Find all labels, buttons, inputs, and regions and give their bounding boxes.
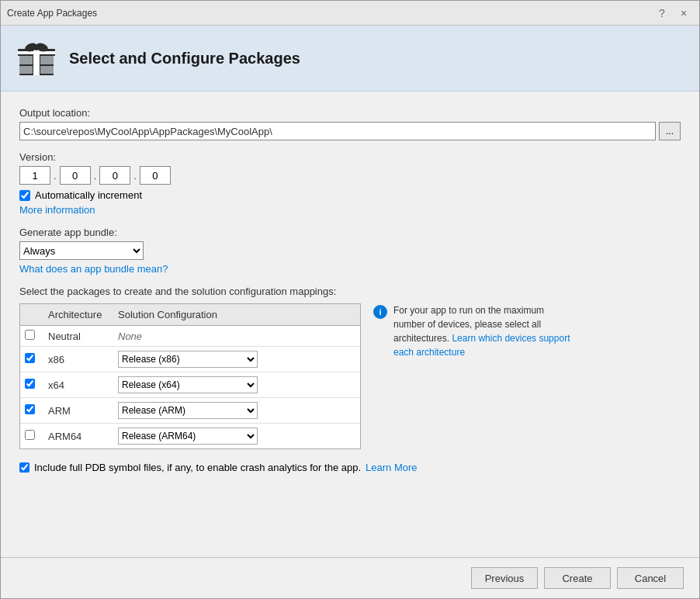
row-x86-arch: x86 bbox=[43, 352, 113, 367]
table-row: ARM64 Release (ARM64) bbox=[20, 424, 360, 448]
row-arm64-config-dropdown[interactable]: Release (ARM64) bbox=[118, 428, 258, 445]
row-arm-config-cell: Release (ARM) bbox=[113, 400, 360, 421]
version-build-input[interactable] bbox=[99, 166, 130, 185]
page-title: Select and Configure Packages bbox=[69, 50, 300, 68]
help-button[interactable]: ? bbox=[653, 4, 671, 23]
svg-point-6 bbox=[34, 46, 39, 50]
row-x86-checkbox[interactable] bbox=[25, 353, 35, 363]
version-dot-2: . bbox=[92, 170, 99, 182]
title-bar: Create App Packages ? × bbox=[1, 1, 699, 26]
previous-button[interactable]: Previous bbox=[471, 567, 538, 589]
row-neutral-checkbox[interactable] bbox=[25, 330, 35, 340]
browse-button[interactable]: ... bbox=[659, 122, 681, 140]
packages-label: Select the packages to create and the so… bbox=[19, 286, 681, 297]
row-neutral-check-cell bbox=[20, 328, 43, 344]
version-dot-1: . bbox=[52, 170, 58, 182]
row-arm-checkbox[interactable] bbox=[25, 404, 35, 414]
footer: Previous Create Cancel bbox=[1, 557, 699, 598]
auto-increment-checkbox[interactable] bbox=[19, 190, 30, 201]
close-button[interactable]: × bbox=[674, 4, 693, 23]
learn-more-link[interactable]: Learn More bbox=[366, 462, 417, 473]
bundle-label: Generate app bundle: bbox=[19, 227, 681, 238]
version-row: . . . bbox=[19, 166, 681, 185]
row-x64-arch: x64 bbox=[43, 378, 113, 393]
table-area: Architecture Solution Configuration Neut… bbox=[19, 303, 681, 449]
content-area: Output location: ... Version: . . . Auto… bbox=[1, 92, 699, 557]
svg-rect-9 bbox=[19, 66, 33, 74]
title-bar-controls: ? × bbox=[653, 4, 693, 23]
version-group: Version: . . . Automatically increment M… bbox=[19, 151, 681, 216]
row-x86-check-cell bbox=[20, 351, 43, 367]
title-bar-left: Create App Packages bbox=[7, 8, 97, 19]
packages-table-section: Select the packages to create and the so… bbox=[19, 286, 681, 449]
output-location-group: Output location: ... bbox=[19, 107, 681, 140]
create-button[interactable]: Create bbox=[544, 567, 611, 589]
version-label: Version: bbox=[19, 151, 681, 163]
table-row: x86 Release (x86) bbox=[20, 347, 360, 372]
output-location-label: Output location: bbox=[19, 107, 681, 119]
row-x64-config-cell: Release (x64) bbox=[113, 375, 360, 395]
row-arm64-checkbox[interactable] bbox=[25, 430, 35, 440]
row-neutral-config: None bbox=[113, 329, 360, 344]
create-app-packages-dialog: Create App Packages ? × bbox=[0, 0, 700, 599]
row-x86-config-dropdown[interactable]: Release (x86) bbox=[118, 351, 258, 368]
svg-rect-8 bbox=[40, 56, 54, 64]
row-arm64-check-cell bbox=[20, 428, 43, 444]
output-location-input[interactable] bbox=[19, 122, 656, 140]
row-x64-checkbox[interactable] bbox=[25, 379, 35, 389]
version-major-input[interactable] bbox=[19, 166, 50, 185]
bundle-dropdown[interactable]: Always If needed Never bbox=[19, 241, 144, 260]
col-solution-config: Solution Configuration bbox=[113, 307, 360, 322]
info-text-content: For your app to run on the maximum numbe… bbox=[393, 303, 575, 359]
version-minor-input[interactable] bbox=[60, 166, 91, 185]
version-dot-3: . bbox=[132, 170, 138, 182]
auto-increment-row: Automatically increment bbox=[19, 189, 681, 201]
row-neutral-arch: Neutral bbox=[43, 329, 113, 344]
info-icon: i bbox=[373, 305, 387, 319]
table-row: x64 Release (x64) bbox=[20, 372, 360, 398]
table-row: Neutral None bbox=[20, 326, 360, 347]
gift-icon bbox=[16, 38, 57, 78]
row-arm-check-cell bbox=[20, 403, 43, 418]
row-x64-check-cell bbox=[20, 377, 43, 393]
pdb-label: Include full PDB symbol files, if any, t… bbox=[34, 462, 361, 473]
bundle-group: Generate app bundle: Always If needed Ne… bbox=[19, 227, 681, 275]
svg-rect-3 bbox=[18, 51, 55, 54]
output-location-row: ... bbox=[19, 122, 681, 140]
row-x64-config-dropdown[interactable]: Release (x64) bbox=[118, 376, 258, 393]
header-section: Select and Configure Packages bbox=[1, 26, 699, 92]
row-arm64-config-cell: Release (ARM64) bbox=[113, 426, 360, 446]
row-arm-arch: ARM bbox=[43, 403, 113, 418]
svg-rect-10 bbox=[40, 66, 54, 74]
table-row: ARM Release (ARM) bbox=[20, 398, 360, 424]
row-arm-config-dropdown[interactable]: Release (ARM) bbox=[118, 402, 258, 419]
pdb-row: Include full PDB symbol files, if any, t… bbox=[19, 462, 681, 473]
col-architecture: Architecture bbox=[43, 307, 113, 322]
row-x86-config-cell: Release (x86) bbox=[113, 349, 360, 369]
cancel-button[interactable]: Cancel bbox=[617, 567, 684, 589]
packages-table: Architecture Solution Configuration Neut… bbox=[19, 303, 361, 449]
bundle-meaning-link[interactable]: What does an app bundle mean? bbox=[19, 263, 168, 275]
dialog-title: Create App Packages bbox=[7, 8, 97, 19]
col-check bbox=[20, 307, 43, 322]
table-header: Architecture Solution Configuration bbox=[20, 304, 360, 326]
auto-increment-label: Automatically increment bbox=[35, 189, 142, 201]
info-box: i For your app to run on the maximum num… bbox=[373, 303, 575, 359]
version-revision-input[interactable] bbox=[140, 166, 171, 185]
svg-rect-7 bbox=[19, 56, 33, 64]
row-arm64-arch: ARM64 bbox=[43, 429, 113, 444]
pdb-checkbox[interactable] bbox=[19, 462, 29, 473]
more-information-link[interactable]: More information bbox=[19, 204, 95, 216]
bundle-dropdown-row: Always If needed Never bbox=[19, 241, 681, 260]
